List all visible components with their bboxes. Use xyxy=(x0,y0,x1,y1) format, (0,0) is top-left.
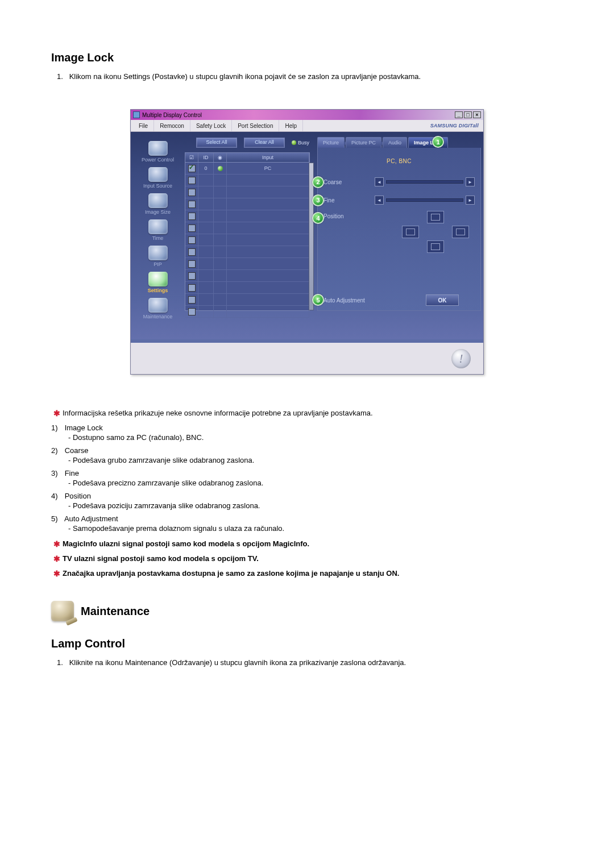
header-status[interactable]: ◉ xyxy=(214,153,227,162)
coarse-label: Coarse xyxy=(323,179,375,185)
note-line: MagicInfo ulazni signal postoji samo kod… xyxy=(51,539,563,549)
setting-auto-adjustment: 5 Auto Adjustment OK xyxy=(323,294,475,306)
intro-text: Klikom na ikonu Settings (Postavke) u st… xyxy=(69,72,421,81)
menu-port-selection[interactable]: Port Selection xyxy=(232,120,279,131)
sidebar-item-maintenance[interactable]: Maintenance xyxy=(133,297,183,322)
arrow-left-icon[interactable]: ◄ xyxy=(375,177,384,186)
row-status xyxy=(214,163,227,174)
table-row[interactable] xyxy=(185,294,309,306)
grid-body: 0 PC xyxy=(185,162,310,311)
position-up-button[interactable] xyxy=(427,211,444,223)
menubar-spacer: SAMSUNG DIGITall xyxy=(303,120,483,131)
maintenance-icon xyxy=(148,298,168,313)
row-id: 0 xyxy=(198,163,214,174)
tab-audio[interactable]: Audio xyxy=(383,137,407,148)
menu-remocon[interactable]: Remocon xyxy=(154,120,190,131)
titlebar: Multiple Display Control _ □ × xyxy=(131,110,483,120)
checkbox-icon xyxy=(188,260,196,268)
arrow-right-icon[interactable]: ► xyxy=(466,177,475,186)
section-title-lamp-control: Lamp Control xyxy=(51,637,563,650)
table-row[interactable] xyxy=(185,198,309,210)
pos-right-icon xyxy=(456,229,465,235)
slider-track[interactable] xyxy=(386,180,463,184)
position-left-button[interactable] xyxy=(402,226,419,238)
table-row[interactable] xyxy=(185,258,309,270)
sidebar-item-pip[interactable]: PIP xyxy=(133,244,183,269)
list-item-number: 5) xyxy=(51,514,63,523)
table-row[interactable] xyxy=(185,270,309,282)
checkbox-icon xyxy=(188,177,196,184)
tab-picture-pc[interactable]: Picture PC xyxy=(346,137,381,148)
table-row[interactable] xyxy=(185,222,309,234)
pos-left-icon xyxy=(406,229,415,235)
checkbox-icon xyxy=(188,236,196,244)
callout-1-icon: 1 xyxy=(432,136,444,148)
time-icon xyxy=(148,219,168,234)
input-source-icon xyxy=(148,167,168,182)
minimize-button[interactable]: _ xyxy=(455,111,463,118)
table-row[interactable] xyxy=(185,306,309,318)
row-check[interactable] xyxy=(185,163,198,174)
menu-help[interactable]: Help xyxy=(279,120,303,131)
checkbox-icon xyxy=(188,165,196,172)
clear-all-button[interactable]: Clear All xyxy=(244,138,285,148)
table-row[interactable] xyxy=(185,175,309,186)
header-input[interactable]: Input xyxy=(227,153,309,162)
busy-indicator: Busy xyxy=(292,140,309,146)
list-item-sub: - Podešava precizno zamrzavanje slike od… xyxy=(68,479,563,487)
callout-4-icon: 4 xyxy=(312,212,324,224)
position-down-button[interactable] xyxy=(427,240,444,253)
ok-button[interactable]: OK xyxy=(426,294,459,306)
menu-file[interactable]: File xyxy=(133,120,154,131)
callout-3-icon: 3 xyxy=(312,194,324,206)
callout-5-icon: 5 xyxy=(312,294,324,306)
sidebar-item-input-source[interactable]: Input Source xyxy=(133,166,183,191)
table-row[interactable] xyxy=(185,282,309,294)
busy-dot-icon xyxy=(292,140,296,145)
list-item-title: Auto Adjustment xyxy=(64,514,118,523)
select-all-button[interactable]: Select All xyxy=(196,138,237,148)
intro-line: 1. Klikom na ikonu Settings (Postavke) u… xyxy=(57,72,563,81)
star-icon xyxy=(51,409,63,418)
header-id[interactable]: ID xyxy=(198,153,214,162)
table-row[interactable] xyxy=(185,210,309,222)
checkbox-icon xyxy=(188,213,196,220)
position-label: Position xyxy=(323,211,375,219)
info-icon[interactable]: ! xyxy=(451,349,471,368)
menu-safety-lock[interactable]: Safety Lock xyxy=(190,120,232,131)
sidebar-item-time[interactable]: Time xyxy=(133,218,183,243)
checkbox-icon xyxy=(188,308,196,315)
fine-slider[interactable]: ◄ ► xyxy=(375,196,475,205)
list-item: 3) Fine xyxy=(51,469,563,477)
tab-picture[interactable]: Picture xyxy=(317,137,345,148)
maintenance-heading: Maintenance xyxy=(81,605,150,618)
sidebar-item-image-size[interactable]: Image Size xyxy=(133,192,183,217)
settings-icon xyxy=(148,272,168,286)
app-body: Power Control Input Source Image Size Ti… xyxy=(131,132,483,339)
maximize-button[interactable]: □ xyxy=(464,111,472,118)
list-item-sub: - Dostupno samo za PC (računalo), BNC. xyxy=(68,433,563,442)
sidebar-item-label: Power Control xyxy=(133,157,183,163)
checkbox-icon xyxy=(188,284,196,292)
table-row[interactable] xyxy=(185,246,309,258)
table-row[interactable]: 0 PC xyxy=(185,163,309,175)
app-footer: ! xyxy=(131,339,483,374)
list-item-number: 3) xyxy=(51,469,63,477)
table-row[interactable] xyxy=(185,234,309,246)
close-button[interactable]: × xyxy=(473,111,481,118)
arrow-right-icon[interactable]: ► xyxy=(466,196,475,205)
table-row[interactable] xyxy=(185,186,309,198)
list-item-title: Image Lock xyxy=(65,423,103,432)
list-item-title: Position xyxy=(65,492,91,500)
coarse-slider[interactable]: ◄ ► xyxy=(375,177,475,186)
setting-coarse: 2 Coarse ◄ ► xyxy=(323,175,475,189)
right-panel: Picture Picture PC Audio 1 Image Lock PC… xyxy=(317,132,483,339)
sidebar-item-power-control[interactable]: Power Control xyxy=(133,140,183,165)
sidebar-item-settings[interactable]: Settings xyxy=(133,271,183,296)
slider-track[interactable] xyxy=(386,198,463,202)
position-right-button[interactable] xyxy=(452,226,469,238)
sidebar-item-label: PIP xyxy=(133,261,183,267)
maintenance-heading-row: Maintenance xyxy=(51,601,563,621)
arrow-left-icon[interactable]: ◄ xyxy=(375,196,384,205)
header-check[interactable]: ☑ xyxy=(185,153,198,162)
